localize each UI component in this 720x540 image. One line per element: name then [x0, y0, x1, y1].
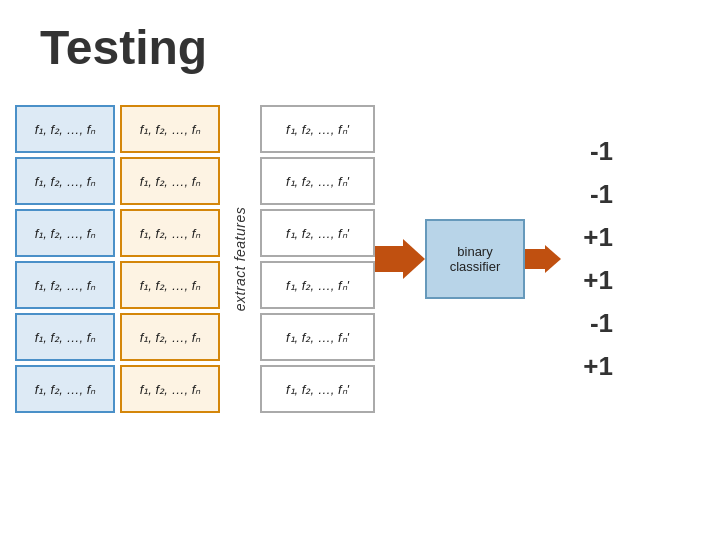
cell-1-4: f₁, f₂, …, fₙ	[15, 261, 115, 309]
result-5: -1	[573, 304, 613, 343]
cell-1-2: f₁, f₂, …, fₙ	[15, 157, 115, 205]
feature-output-grid: f₁, f₂, …, fₙ' f₁, f₂, …, fₙ' f₁, f₂, …,…	[260, 105, 375, 413]
feat-cell-4: f₁, f₂, …, fₙ'	[260, 261, 375, 309]
cell-1-3: f₁, f₂, …, fₙ	[15, 209, 115, 257]
feat-cell-6: f₁, f₂, …, fₙ'	[260, 365, 375, 413]
feat-cell-2: f₁, f₂, …, fₙ'	[260, 157, 375, 205]
output-arrow	[525, 245, 565, 273]
cell-2-3: f₁, f₂, …, fₙ	[120, 209, 220, 257]
to-classifier-arrow	[375, 239, 425, 279]
extract-features-label: extract features	[220, 114, 260, 404]
cell-2-1: f₁, f₂, …, fₙ	[120, 105, 220, 153]
input-grids: f₁, f₂, …, fₙ f₁, f₂, …, fₙ f₁, f₂, …, f…	[15, 105, 220, 413]
classifier-box: binary classifier	[425, 219, 525, 299]
cell-1-6: f₁, f₂, …, fₙ	[15, 365, 115, 413]
feat-cell-5: f₁, f₂, …, fₙ'	[260, 313, 375, 361]
page-title: Testing	[40, 20, 207, 75]
grid-col-2: f₁, f₂, …, fₙ f₁, f₂, …, fₙ f₁, f₂, …, f…	[120, 105, 220, 413]
cell-2-6: f₁, f₂, …, fₙ	[120, 365, 220, 413]
result-6: +1	[573, 347, 613, 386]
cell-2-2: f₁, f₂, …, fₙ	[120, 157, 220, 205]
results-section: -1 -1 +1 +1 -1 +1	[573, 132, 613, 386]
result-4: +1	[573, 261, 613, 300]
cell-1-1: f₁, f₂, …, fₙ	[15, 105, 115, 153]
cell-2-4: f₁, f₂, …, fₙ	[120, 261, 220, 309]
feat-cell-1: f₁, f₂, …, fₙ'	[260, 105, 375, 153]
cell-2-5: f₁, f₂, …, fₙ	[120, 313, 220, 361]
main-layout: f₁, f₂, …, fₙ f₁, f₂, …, fₙ f₁, f₂, …, f…	[15, 105, 613, 413]
result-1: -1	[573, 132, 613, 171]
result-3: +1	[573, 218, 613, 257]
result-2: -1	[573, 175, 613, 214]
grid-col-1: f₁, f₂, …, fₙ f₁, f₂, …, fₙ f₁, f₂, …, f…	[15, 105, 115, 413]
cell-1-5: f₁, f₂, …, fₙ	[15, 313, 115, 361]
feat-cell-3: f₁, f₂, …, fₙ'	[260, 209, 375, 257]
